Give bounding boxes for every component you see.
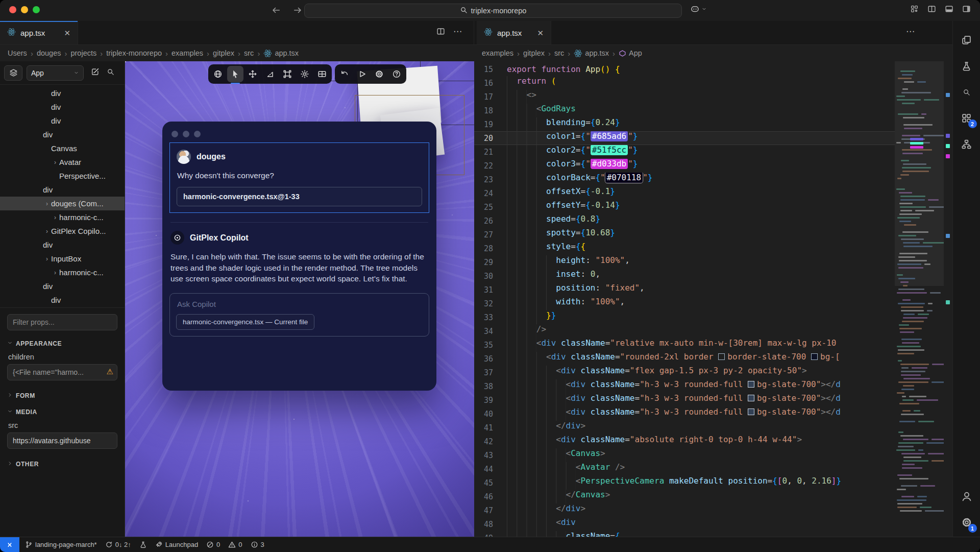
ellipsis-icon[interactable]: ⋯ [906, 27, 916, 36]
panel-bottom-icon[interactable] [945, 5, 953, 13]
code-line-44[interactable]: 44<Avatar /> [474, 462, 895, 476]
breadcrumb-item[interactable]: src [244, 49, 254, 57]
code-line-34[interactable]: 34/> [474, 324, 895, 338]
status-beaker[interactable] [135, 537, 151, 552]
breadcrumb-item[interactable]: douges [37, 49, 61, 57]
translate-tool-button[interactable] [244, 66, 261, 82]
section-appearance[interactable]: APPEARANCE [7, 335, 117, 352]
tree-item-canvas[interactable]: Canvas [0, 141, 125, 155]
split-editor-icon[interactable] [436, 27, 445, 36]
section-media[interactable]: MEDIA [7, 404, 117, 420]
breadcrumb-item[interactable]: src [554, 49, 564, 57]
color-value-chip[interactable]: #070118 [605, 173, 643, 183]
code-line-15[interactable]: 15export function App() { [474, 62, 895, 76]
tree-item-avatar[interactable]: ›Avatar [0, 155, 125, 169]
code-line-22[interactable]: 22color3={"#d033db"} [474, 159, 895, 173]
code-line-37[interactable]: 37<div className="flex gap-1.5 px-3 py-2… [474, 366, 895, 379]
tree-item-gitplex-copilo[interactable]: ›GitPlex Copilo... [0, 224, 125, 238]
select-tool-button[interactable] [227, 66, 243, 82]
sidebar-right-icon[interactable] [962, 5, 971, 13]
breadcrumb-item[interactable]: App [619, 49, 642, 57]
chevron-right-icon[interactable]: › [51, 214, 59, 221]
grid-tool-button[interactable] [314, 66, 330, 82]
extensions-button[interactable]: 2 [955, 106, 978, 130]
color-value-chip[interactable]: #51f5cc [591, 145, 628, 155]
minimize-window-button[interactable] [21, 6, 28, 13]
undo-button[interactable] [336, 66, 353, 82]
chevron-right-icon[interactable]: › [51, 159, 59, 166]
tree-item-div[interactable]: div [0, 114, 125, 128]
code-line-27[interactable]: 27spotty={10.68} [474, 228, 895, 242]
gear-button[interactable]: 1 [955, 511, 978, 534]
code-line-26[interactable]: 26speed={0.8} [474, 214, 895, 228]
code-line-20[interactable]: 20color1={"#685ad6"} [474, 131, 895, 145]
edit-icon[interactable] [91, 67, 100, 78]
scale-tool-button[interactable] [279, 66, 296, 82]
copy-button[interactable] [955, 28, 978, 52]
section-form[interactable]: FORM [7, 388, 117, 404]
globe-tool-button[interactable] [210, 66, 226, 82]
code-line-42[interactable]: 42<div className="absolute right-0 top-0… [474, 435, 895, 448]
code-line-33[interactable]: 33}} [474, 310, 895, 324]
split-columns-icon[interactable] [927, 5, 936, 13]
status-sync[interactable]: 0↓ 2↑ [101, 537, 135, 552]
code-line-19[interactable]: 19blending={0.24} [474, 117, 895, 131]
code-line-39[interactable]: 39<div className="h-3 w-3 rounded-full b… [474, 393, 895, 407]
status-branch[interactable]: landing-page-march* [21, 537, 101, 552]
tree-item-div[interactable]: div [0, 279, 125, 293]
code-line-21[interactable]: 21color2={"#51f5cc"} [474, 145, 895, 159]
search-icon[interactable] [107, 68, 114, 78]
scene-viewport[interactable]: douges Why doesn't this converge? harmon… [125, 61, 474, 537]
code-line-40[interactable]: 40<div className="h-3 w-3 rounded-full b… [474, 407, 895, 421]
code-line-47[interactable]: 47</div> [474, 503, 895, 517]
back-button[interactable] [270, 4, 283, 17]
tree-item-harmonic-c[interactable]: ›harmonic-c... [0, 210, 125, 224]
breadcrumb-item[interactable]: projects [70, 49, 96, 57]
tree-item-inputbox[interactable]: ›InputBox [0, 252, 125, 266]
status-error[interactable]: 0 [202, 537, 224, 552]
code-line-18[interactable]: 18<GodRays [474, 104, 895, 117]
ellipsis-icon[interactable]: ⋯ [453, 27, 463, 36]
settings-button[interactable] [371, 66, 387, 82]
code-line-48[interactable]: 48<div [474, 517, 895, 531]
chevron-right-icon[interactable]: › [51, 269, 59, 276]
code-line-38[interactable]: 38<div className="h-3 w-3 rounded-full b… [474, 379, 895, 393]
breadcrumb-item[interactable]: app.tsx [263, 49, 299, 58]
layout-grid-icon[interactable] [910, 5, 919, 13]
status-warning[interactable]: 0 [224, 537, 246, 552]
tree-item-perspective[interactable]: Perspective... [0, 169, 125, 183]
tree-item-div[interactable]: div [0, 183, 125, 197]
search-button[interactable] [955, 80, 978, 104]
status-launchpad[interactable]: Launchpad [151, 537, 202, 552]
light-tool-button[interactable] [297, 66, 313, 82]
code-line-24[interactable]: 24offsetX={-0.1} [474, 186, 895, 200]
breadcrumb-item[interactable]: triplex-monorepo [106, 49, 162, 57]
project-search-input[interactable]: triplex-monorepo [304, 4, 682, 18]
tab-app-tsx-left[interactable]: app.tsx ✕ [0, 21, 78, 44]
zoom-window-button[interactable] [33, 6, 40, 13]
code-line-29[interactable]: 29height: "100%", [474, 255, 895, 269]
tree-item-div[interactable]: div [0, 293, 125, 307]
chevron-right-icon[interactable]: › [43, 228, 51, 235]
copilot-menu-button[interactable] [690, 4, 707, 14]
forward-button[interactable] [291, 4, 304, 17]
color-value-chip[interactable]: #685ad6 [591, 131, 628, 141]
code-line-30[interactable]: 30inset: 0, [474, 269, 895, 283]
ask-copilot-input[interactable]: Ask Copilot [177, 300, 423, 308]
code-line-49[interactable]: 49className={ [474, 531, 895, 537]
code-line-43[interactable]: 43<Canvas> [474, 448, 895, 462]
chevron-right-icon[interactable]: › [43, 200, 51, 207]
code-line-36[interactable]: 36<div className="rounded-2xl border bor… [474, 352, 895, 366]
hierarchy-button[interactable] [955, 132, 978, 156]
children-input[interactable] [7, 364, 117, 380]
account-button[interactable] [955, 485, 978, 508]
tree-item-harmonic-c[interactable]: ›harmonic-c... [0, 266, 125, 279]
close-window-button[interactable] [9, 6, 16, 13]
code-line-23[interactable]: 23colorBack={"#070118"} [474, 173, 895, 186]
breadcrumb-item[interactable]: examples [172, 49, 203, 57]
user-message-selected[interactable]: douges Why doesn't this converge? harmon… [169, 142, 429, 213]
component-select[interactable]: App [27, 65, 84, 81]
code-line-46[interactable]: 46</Canvas> [474, 490, 895, 503]
code-line-31[interactable]: 31position: "fixed", [474, 283, 895, 297]
status-remote[interactable] [0, 537, 19, 552]
